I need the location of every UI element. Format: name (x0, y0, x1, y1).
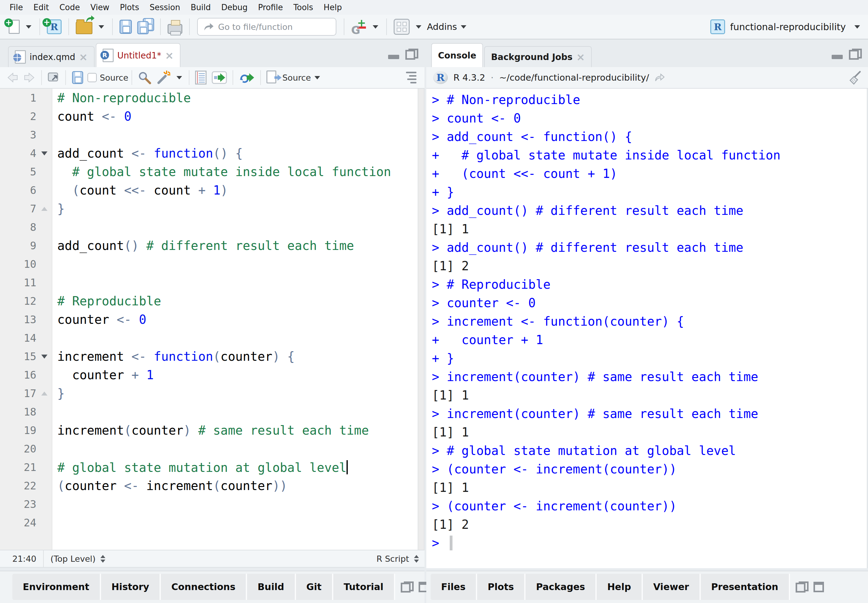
console-tab-console[interactable]: Console (431, 43, 483, 67)
menu-item-tools[interactable]: Tools (288, 3, 318, 12)
code-text[interactable]: counter + 1 (53, 368, 154, 382)
source-button[interactable] (267, 71, 280, 85)
code-text[interactable]: # Non-reproducible (53, 91, 191, 105)
code-text[interactable]: } (53, 386, 65, 400)
editor-tab-1[interactable]: RUntitled1*× (96, 43, 180, 67)
clear-console-broom-icon[interactable] (847, 71, 861, 85)
code-text[interactable]: counter <- 0 (53, 312, 146, 326)
code-text[interactable]: (counter <- increment(counter)) (53, 479, 287, 493)
code-text[interactable]: increment(counter) # same result each ti… (53, 423, 369, 438)
chevron-down-icon[interactable] (26, 25, 31, 29)
menu-item-edit[interactable]: Edit (28, 3, 54, 12)
tab-git[interactable]: Git (296, 574, 333, 600)
version-control-button[interactable]: + G (351, 19, 367, 35)
document-outline-icon[interactable] (406, 72, 417, 83)
tab-build[interactable]: Build (247, 574, 296, 600)
close-icon[interactable]: × (79, 52, 88, 62)
new-file-button[interactable]: + (9, 20, 20, 34)
fold-down-icon[interactable] (36, 152, 53, 155)
maximize-pane-icon[interactable] (849, 49, 862, 60)
menu-item-profile[interactable]: Profile (253, 3, 288, 12)
pane-layout-button[interactable] (394, 19, 410, 35)
menu-item-file[interactable]: File (4, 3, 28, 12)
console-tab-background-jobs[interactable]: Background Jobs× (484, 46, 592, 67)
tab-environment[interactable]: Environment (12, 574, 101, 600)
code-text[interactable]: # Reproducible (53, 294, 161, 308)
fold-up-icon[interactable] (36, 391, 53, 396)
back-arrow-icon[interactable] (6, 72, 19, 83)
source-arrow-icon (274, 74, 282, 81)
menu-item-debug[interactable]: Debug (216, 3, 253, 12)
goto-file-box[interactable] (197, 18, 336, 36)
tab-tutorial[interactable]: Tutorial (333, 574, 395, 600)
maximize-pane-icon[interactable] (814, 582, 824, 592)
tab-packages[interactable]: Packages (525, 574, 597, 600)
code-text[interactable]: count <- 0 (53, 109, 132, 124)
chevron-down-icon[interactable] (177, 76, 182, 79)
chevron-down-icon[interactable] (373, 25, 378, 29)
minimize-pane-icon[interactable] (388, 50, 399, 60)
project-selector[interactable]: R functional-reproducibility (710, 19, 861, 34)
restore-pane-icon[interactable] (401, 581, 414, 592)
code-text[interactable]: add_count() # different result each time (53, 238, 354, 253)
code-text[interactable]: (count <<- count + 1) (53, 183, 228, 197)
source-on-save-checkbox[interactable] (87, 73, 97, 82)
console-output[interactable]: > # Non-reproducible> count <- 0> add_co… (426, 89, 868, 568)
chevron-down-icon[interactable] (461, 25, 467, 29)
fold-up-icon[interactable] (36, 207, 53, 211)
chevron-down-icon[interactable] (315, 76, 320, 79)
goto-file-input[interactable] (218, 22, 323, 32)
tab-plots[interactable]: Plots (477, 574, 525, 600)
run-button[interactable] (212, 71, 227, 84)
compile-notebook-icon[interactable] (195, 71, 207, 85)
close-icon[interactable]: × (165, 51, 174, 60)
show-directory-icon[interactable] (654, 73, 664, 82)
editor-tab-0[interactable]: index.qmd× (8, 46, 95, 67)
tab-presentation[interactable]: Presentation (701, 574, 790, 600)
tab-files[interactable]: Files (431, 574, 477, 600)
source-button-label[interactable]: Source (282, 73, 311, 82)
code-editor[interactable]: 1# Non-reproducible2count <- 034add_coun… (0, 89, 418, 550)
code-text[interactable]: add_count <- function() { (53, 146, 243, 160)
restore-pane-icon[interactable] (796, 581, 809, 592)
menu-item-help[interactable]: Help (318, 3, 347, 12)
tab-viewer[interactable]: Viewer (643, 574, 701, 600)
open-file-button[interactable] (76, 19, 92, 34)
menu-item-view[interactable]: View (85, 3, 115, 12)
scope-arrows-icon[interactable] (101, 555, 105, 563)
save-all-button[interactable] (137, 19, 153, 35)
doc-type-selector[interactable]: R Script (377, 554, 409, 564)
menu-item-code[interactable]: Code (54, 3, 85, 12)
popout-window-icon[interactable] (47, 72, 60, 83)
save-button[interactable] (119, 20, 132, 34)
save-button[interactable] (72, 71, 83, 84)
forward-arrow-icon[interactable] (23, 72, 36, 83)
tab-help[interactable]: Help (597, 574, 643, 600)
fold-down-icon[interactable] (36, 355, 53, 359)
chevron-down-icon[interactable] (416, 25, 422, 29)
minimize-pane-icon[interactable] (832, 50, 843, 60)
tab-connections[interactable]: Connections (161, 574, 247, 600)
code-text[interactable]: } (53, 202, 65, 216)
menu-item-plots[interactable]: Plots (115, 3, 144, 12)
code-text[interactable]: # global state mutation at global level (53, 460, 348, 475)
pane-window-buttons (388, 49, 418, 60)
maximize-pane-icon[interactable] (405, 49, 418, 60)
new-project-button[interactable]: R + (47, 19, 62, 34)
code-tools-wand-icon[interactable] (156, 71, 170, 85)
close-icon[interactable]: × (576, 52, 585, 62)
code-text[interactable]: # global state mutate inside local funct… (53, 165, 391, 179)
menu-item-session[interactable]: Session (144, 3, 185, 12)
scope-selector[interactable]: (Top Level) (51, 554, 96, 564)
doctype-arrows-icon[interactable] (414, 555, 419, 563)
find-icon[interactable] (138, 71, 151, 84)
console-text: > increment(counter) # same result each … (432, 407, 758, 421)
tab-history[interactable]: History (101, 574, 161, 600)
print-button[interactable] (167, 20, 182, 34)
code-text[interactable]: increment <- function(counter) { (53, 349, 295, 363)
addins-button[interactable]: Addins (427, 22, 457, 32)
menu-item-build[interactable]: Build (185, 3, 216, 12)
rerun-button[interactable] (239, 71, 255, 84)
editor-scrollbar[interactable] (418, 89, 425, 550)
chevron-down-icon[interactable] (99, 25, 104, 29)
